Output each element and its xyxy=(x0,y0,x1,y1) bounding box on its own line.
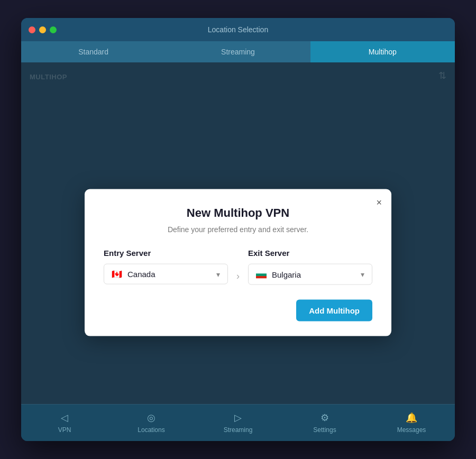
exit-server-value: Bulgaria xyxy=(272,270,355,279)
streaming-icon: ▷ xyxy=(234,412,242,424)
svg-rect-2 xyxy=(256,276,267,279)
tab-multihop[interactable]: Multihop xyxy=(310,41,455,62)
entry-server-label: Entry Server xyxy=(104,249,228,258)
nav-item-messages[interactable]: 🔔 Messages xyxy=(368,412,455,434)
modal-title: New Multihop VPN xyxy=(104,206,372,220)
nav-item-streaming[interactable]: ▷ Streaming xyxy=(195,412,281,434)
nav-item-locations[interactable]: ◎ Locations xyxy=(108,412,195,434)
settings-icon: ⚙ xyxy=(321,412,329,424)
canada-flag-icon: 🇨🇦 xyxy=(112,270,122,278)
close-button[interactable] xyxy=(29,26,35,33)
exit-server-chevron-icon: ▾ xyxy=(361,270,364,279)
nav-locations-label: Locations xyxy=(138,426,164,434)
exit-server-label: Exit Server xyxy=(248,249,372,258)
tab-standard[interactable]: Standard xyxy=(21,41,166,62)
nav-messages-label: Messages xyxy=(397,426,426,434)
modal-actions: Add Multihop xyxy=(104,300,372,322)
traffic-lights xyxy=(29,26,57,33)
bulgaria-flag-icon xyxy=(256,270,267,279)
maximize-button[interactable] xyxy=(50,26,57,33)
nav-item-vpn[interactable]: ◁ VPN xyxy=(21,412,108,434)
locations-icon: ◎ xyxy=(147,412,155,424)
bottom-nav: ◁ VPN ◎ Locations ▷ Streaming ⚙ Settings… xyxy=(21,404,455,441)
right-arrow-icon: › xyxy=(236,271,240,282)
content-area: MULTIHOP ⇅ × New Multihop VPN Define you… xyxy=(21,62,455,404)
exit-server-col: Exit Server Bulgaria ▾ xyxy=(248,249,372,285)
modal-subtitle: Define your preferred entry and exit ser… xyxy=(104,225,372,234)
add-multihop-button[interactable]: Add Multihop xyxy=(296,300,372,322)
exit-server-select[interactable]: Bulgaria ▾ xyxy=(248,264,372,285)
entry-server-select[interactable]: 🇨🇦 Canada ▾ xyxy=(104,264,228,284)
entry-server-value: Canada xyxy=(127,270,211,279)
window-title: Location Selection xyxy=(208,25,268,34)
entry-server-chevron-icon: ▾ xyxy=(216,270,220,278)
nav-vpn-label: VPN xyxy=(58,426,71,434)
titlebar: Location Selection xyxy=(21,18,455,41)
nav-settings-label: Settings xyxy=(313,426,336,434)
arrow-separator: › xyxy=(236,249,240,282)
server-row: Entry Server 🇨🇦 Canada ▾ › Exit Server xyxy=(104,249,372,285)
entry-server-col: Entry Server 🇨🇦 Canada ▾ xyxy=(104,249,228,284)
tab-streaming[interactable]: Streaming xyxy=(166,41,310,62)
messages-icon: 🔔 xyxy=(406,412,417,424)
vpn-icon: ◁ xyxy=(61,412,68,424)
tabs-bar: Standard Streaming Multihop xyxy=(21,41,455,62)
minimize-button[interactable] xyxy=(39,26,46,33)
multihop-modal: × New Multihop VPN Define your preferred… xyxy=(85,189,391,336)
modal-close-button[interactable]: × xyxy=(376,198,382,207)
svg-rect-1 xyxy=(256,273,267,276)
nav-streaming-label: Streaming xyxy=(224,426,253,434)
svg-rect-0 xyxy=(256,271,267,273)
nav-item-settings[interactable]: ⚙ Settings xyxy=(281,412,368,434)
app-window: Location Selection Standard Streaming Mu… xyxy=(21,18,455,441)
